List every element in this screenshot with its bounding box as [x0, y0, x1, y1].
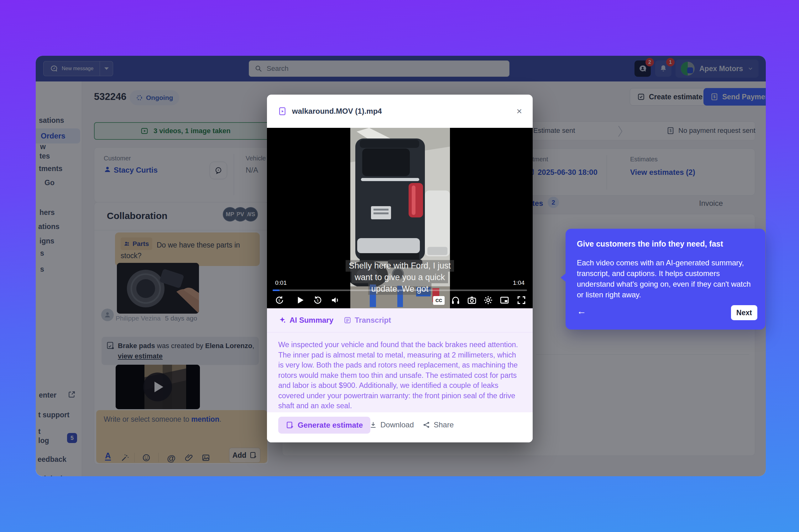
gear-icon — [483, 295, 493, 305]
svg-text:5: 5 — [279, 299, 281, 302]
camera-icon — [467, 295, 477, 305]
caption-line-1: Shelly here with Ford, I just — [346, 260, 454, 272]
share-label: Share — [434, 420, 454, 429]
generate-estimate-label: Generate estimate — [298, 421, 363, 430]
volume-button[interactable] — [330, 295, 340, 305]
video-file-icon — [278, 107, 287, 116]
transcript-icon — [343, 316, 351, 324]
download-icon — [369, 421, 377, 429]
generate-estimate-button[interactable]: Generate estimate — [278, 417, 370, 434]
fullscreen-button[interactable] — [516, 295, 527, 305]
skip-back-icon: 5 — [274, 295, 285, 305]
caption-line-3: update. We got — [368, 283, 432, 295]
modal-title: walkaround.MOV (1).mp4 — [292, 107, 511, 116]
modal-header: walkaround.MOV (1).mp4 × — [267, 95, 533, 128]
page-background: New message 2 — [0, 0, 799, 532]
doc-plus-icon — [286, 421, 294, 429]
divider — [267, 332, 533, 332]
skip-back-button[interactable]: 5 — [274, 295, 285, 305]
screenshot-button[interactable] — [467, 295, 477, 305]
picture-in-picture-icon — [499, 295, 510, 305]
video-modal: walkaround.MOV (1).mp4 × — [267, 95, 533, 442]
download-label: Download — [380, 420, 414, 429]
svg-text:5: 5 — [317, 299, 319, 302]
progress-fill — [272, 289, 280, 291]
onboarding-tooltip: Give customers the info they need, fast … — [566, 229, 765, 329]
tooltip-back-button[interactable]: ← — [577, 306, 586, 317]
ai-section: AI Summary Transcript We inspected your … — [267, 308, 533, 412]
settings-button[interactable] — [483, 295, 493, 305]
play-button[interactable] — [295, 295, 305, 305]
fullscreen-icon — [516, 295, 527, 305]
ai-summary-text: We inspected your vehicle and found that… — [278, 340, 521, 411]
pip-button[interactable] — [499, 295, 510, 305]
video-player[interactable]: Shelly here with Ford, I just want to gi… — [267, 128, 533, 308]
captions-button[interactable]: CC — [433, 296, 444, 305]
caption-line-2: want to give you a quick — [351, 272, 448, 283]
share-icon — [422, 421, 431, 429]
ai-summary-label: AI Summary — [289, 316, 334, 325]
audio-button[interactable] — [451, 295, 461, 305]
close-icon[interactable]: × — [516, 106, 522, 117]
progress-bar[interactable] — [272, 289, 527, 291]
tab-ai-summary[interactable]: AI Summary — [278, 316, 334, 325]
sparkle-icon — [278, 316, 286, 324]
duration: 1:04 — [513, 280, 525, 286]
tab-transcript[interactable]: Transcript — [343, 316, 391, 325]
headphones-icon — [451, 295, 461, 305]
skip-forward-button[interactable]: 5 — [313, 295, 323, 305]
share-button[interactable]: Share — [422, 420, 454, 429]
skip-forward-icon: 5 — [313, 295, 323, 305]
cc-icon: CC — [433, 296, 444, 305]
modal-footer: Generate estimate Download Share — [267, 412, 533, 442]
tooltip-next-button[interactable]: Next — [731, 305, 757, 320]
current-time: 0:01 — [275, 280, 287, 286]
volume-icon — [330, 295, 340, 305]
tooltip-title: Give customers the info they need, fast — [577, 240, 723, 248]
download-button[interactable]: Download — [369, 420, 414, 429]
play-icon — [295, 295, 305, 305]
tooltip-body: Each video comes with an AI-generated su… — [577, 258, 756, 300]
transcript-label: Transcript — [355, 316, 391, 325]
